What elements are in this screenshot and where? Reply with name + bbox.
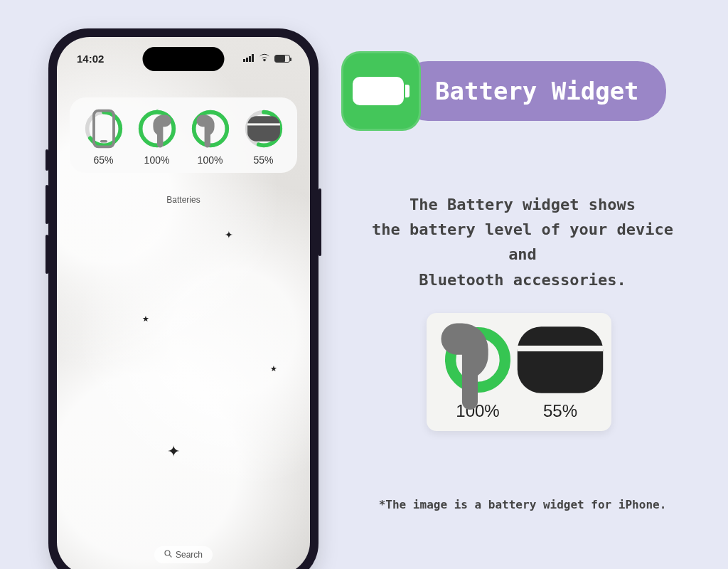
battery-ring bbox=[445, 327, 510, 393]
batteries-widget-zoom: 100% 55% bbox=[427, 313, 611, 431]
percent-label: 100% bbox=[137, 154, 177, 166]
side-button-icon bbox=[318, 188, 321, 256]
widget-item-airpod-left: ⚡︎ 100% bbox=[137, 109, 177, 166]
page-title: Battery Widget bbox=[400, 61, 666, 121]
phone-frame: 14:02 65% bbox=[48, 28, 318, 569]
percent-label: 55% bbox=[244, 154, 284, 166]
svg-point-13 bbox=[214, 121, 218, 125]
volume-up-button-icon bbox=[46, 185, 48, 224]
sparkle-icon: ★ bbox=[142, 314, 149, 324]
phone-screen: 14:02 65% bbox=[57, 37, 310, 569]
svg-rect-25 bbox=[518, 326, 603, 393]
sparkle-icon: ✦ bbox=[167, 442, 180, 461]
svg-rect-2 bbox=[249, 56, 251, 62]
airpod-left-icon bbox=[137, 109, 177, 149]
battery-icon bbox=[353, 77, 404, 105]
sparkle-icon: ★ bbox=[270, 364, 277, 373]
airpods-case-icon bbox=[528, 327, 593, 393]
percent-label: 65% bbox=[84, 154, 124, 166]
zoom-item-airpod-right: 100% bbox=[445, 327, 510, 421]
svg-rect-26 bbox=[518, 346, 603, 351]
svg-point-22 bbox=[488, 339, 499, 350]
phone-icon bbox=[84, 109, 124, 149]
status-bar: 14:02 bbox=[57, 53, 310, 65]
battery-ring bbox=[191, 109, 230, 149]
zoom-item-case: 55% bbox=[528, 327, 593, 421]
home-search[interactable]: Search bbox=[154, 546, 213, 563]
battery-tip-icon bbox=[405, 85, 410, 97]
airpod-right-icon bbox=[191, 109, 230, 149]
title-row: Battery Widget bbox=[341, 51, 666, 131]
app-icon bbox=[341, 51, 421, 131]
batteries-widget[interactable]: 65% ⚡︎ 100% bbox=[70, 97, 297, 173]
svg-rect-17 bbox=[247, 123, 280, 125]
status-time: 14:02 bbox=[77, 53, 104, 65]
widget-item-phone: 65% bbox=[84, 109, 124, 166]
volume-down-button-icon bbox=[46, 235, 48, 274]
widget-title-label: Batteries bbox=[57, 195, 310, 205]
battery-status-icon bbox=[274, 55, 290, 63]
battery-ring bbox=[528, 327, 593, 393]
description-line: Bluetooth accessories. bbox=[355, 267, 690, 292]
search-label: Search bbox=[176, 550, 203, 560]
battery-ring bbox=[84, 109, 124, 149]
svg-rect-7 bbox=[100, 140, 107, 143]
svg-rect-3 bbox=[252, 54, 254, 62]
wifi-icon bbox=[259, 53, 270, 64]
airpods-case-icon bbox=[244, 109, 284, 149]
widget-item-case: 55% bbox=[244, 109, 284, 166]
description: The Battery widget shows the battery lev… bbox=[355, 192, 690, 292]
percent-label: 100% bbox=[191, 154, 230, 166]
sparkle-icon: ✦ bbox=[225, 229, 233, 240]
battery-ring: ⚡︎ bbox=[137, 109, 177, 149]
mute-switch-icon bbox=[46, 149, 48, 171]
svg-point-10 bbox=[149, 121, 153, 125]
svg-rect-1 bbox=[246, 58, 248, 62]
widget-item-airpod-right: 100% bbox=[191, 109, 230, 166]
footnote: *The image is a battery widget for iPhon… bbox=[355, 498, 690, 511]
search-icon bbox=[164, 550, 172, 560]
description-line: The Battery widget shows bbox=[355, 192, 690, 217]
svg-rect-0 bbox=[243, 59, 245, 62]
svg-rect-16 bbox=[247, 116, 280, 142]
svg-line-19 bbox=[169, 555, 171, 557]
airpod-right-icon bbox=[445, 327, 510, 393]
description-line: the battery level of your device and bbox=[355, 217, 690, 267]
battery-ring bbox=[244, 109, 284, 149]
cellular-icon bbox=[243, 53, 255, 64]
